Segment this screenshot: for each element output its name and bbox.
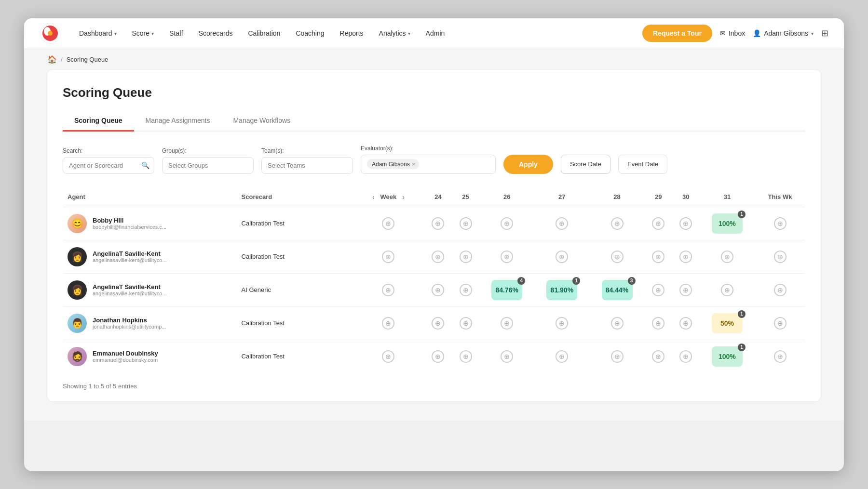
add-score-button[interactable]: ⊕ <box>652 284 665 296</box>
agent-info: AngelinaT Saville-Kent angelinasaville-k… <box>93 250 167 263</box>
agent-name: AngelinaT Saville-Kent <box>93 250 167 257</box>
evaluators-filter-group: Evaluator(s): Adam Gibsons × <box>361 145 496 174</box>
add-score-button[interactable]: ⊕ <box>460 284 472 296</box>
add-score-icon[interactable]: ⊕ <box>382 317 394 330</box>
inbox-link[interactable]: ✉ Inbox <box>720 29 745 37</box>
add-score-button[interactable]: ⊕ <box>679 284 692 296</box>
add-score-button[interactable]: ⊕ <box>774 317 787 330</box>
add-score-button[interactable]: ⊕ <box>652 251 665 263</box>
score-week-3: ⊕ <box>534 340 589 373</box>
score-badge[interactable]: 1 50% <box>712 313 743 333</box>
apply-button[interactable]: Apply <box>503 155 553 174</box>
add-score-button[interactable]: ⊕ <box>556 350 568 363</box>
score-value: 84.44% <box>606 286 628 294</box>
col-week-26: 26 <box>479 187 534 207</box>
add-score-button[interactable]: ⊕ <box>611 350 624 363</box>
add-score-button[interactable]: ⊕ <box>652 217 665 230</box>
add-score-button[interactable]: ⊕ <box>460 251 472 263</box>
remove-evaluator-button[interactable]: × <box>412 160 416 168</box>
nav-reports[interactable]: Reports <box>333 26 370 41</box>
search-input[interactable] <box>63 157 154 174</box>
add-score-icon[interactable]: ⊕ <box>382 284 394 296</box>
score-badge[interactable]: 1 100% <box>712 346 743 367</box>
add-score-button[interactable]: ⊕ <box>501 317 513 330</box>
tab-scoring-queue[interactable]: Scoring Queue <box>63 112 134 132</box>
add-score-button[interactable]: ⊕ <box>721 284 733 296</box>
add-score-button[interactable]: ⊕ <box>501 350 513 363</box>
tab-manage-assignments[interactable]: Manage Assignments <box>134 112 222 132</box>
add-score-button[interactable]: ⊕ <box>432 284 444 296</box>
add-score-button[interactable]: ⊕ <box>432 317 444 330</box>
add-score-button[interactable]: ⊕ <box>611 251 624 263</box>
add-score-button[interactable]: ⊕ <box>774 251 787 263</box>
add-score-button[interactable]: ⊕ <box>652 317 665 330</box>
teams-input[interactable] <box>261 157 353 174</box>
add-score-button[interactable]: ⊕ <box>679 350 692 363</box>
score-count: 1 <box>738 310 746 318</box>
score-week-2: ⊕ <box>479 340 534 373</box>
add-score-button[interactable]: ⊕ <box>652 350 665 363</box>
nav-analytics[interactable]: Analytics ▾ <box>372 26 417 41</box>
user-menu[interactable]: 👤 Adam Gibsons ▾ <box>753 29 814 37</box>
chevron-down-icon: ▾ <box>114 31 117 36</box>
event-date-button[interactable]: Event Date <box>618 155 667 174</box>
home-icon[interactable]: 🏠 <box>47 55 57 64</box>
add-score-button[interactable]: ⊕ <box>460 317 472 330</box>
groups-input[interactable] <box>162 157 254 174</box>
add-score-button[interactable]: ⊕ <box>721 251 733 263</box>
prev-week-button[interactable]: ‹ <box>369 192 378 202</box>
nav-admin[interactable]: Admin <box>419 26 452 41</box>
add-score-button[interactable]: ⊕ <box>774 217 787 230</box>
score-week-3: ⊕ <box>534 240 589 273</box>
score-week-4: 3 84.44% <box>589 273 644 306</box>
groups-label: Group(s): <box>162 147 254 154</box>
add-score-button[interactable]: ⊕ <box>556 217 568 230</box>
add-score-button[interactable]: ⊕ <box>460 350 472 363</box>
add-score-button[interactable]: ⊕ <box>432 251 444 263</box>
inbox-icon: ✉ <box>720 29 726 37</box>
add-score-button[interactable]: ⊕ <box>611 317 624 330</box>
avatar: 👨 <box>68 314 87 333</box>
add-score-button[interactable]: ⊕ <box>774 284 787 296</box>
score-badge[interactable]: 1 100% <box>712 213 743 234</box>
score-count: 1 <box>738 211 746 218</box>
nav-dashboard[interactable]: Dashboard ▾ <box>72 26 123 41</box>
add-score-button[interactable]: ⊕ <box>679 251 692 263</box>
add-score-button[interactable]: ⊕ <box>556 251 568 263</box>
evaluators-input[interactable]: Adam Gibsons × <box>361 155 496 174</box>
add-score-button[interactable]: ⊕ <box>501 217 513 230</box>
score-week-1: ⊕ <box>452 207 479 240</box>
nav-coaching[interactable]: Coaching <box>289 26 331 41</box>
nav-score[interactable]: Score ▾ <box>125 26 161 41</box>
add-score-button[interactable]: ⊕ <box>611 217 624 230</box>
score-week-1: ⊕ <box>452 240 479 273</box>
nav-calibration[interactable]: Calibration <box>241 26 287 41</box>
add-score-button[interactable]: ⊕ <box>432 350 444 363</box>
score-badge[interactable]: 3 84.44% <box>602 280 633 300</box>
add-score-icon[interactable]: ⊕ <box>382 350 394 363</box>
search-label: Search: <box>63 147 154 154</box>
nav-staff[interactable]: Staff <box>163 26 190 41</box>
add-score-button[interactable]: ⊕ <box>679 317 692 330</box>
score-badge[interactable]: 4 84.76% <box>491 280 522 300</box>
add-score-icon[interactable]: ⊕ <box>382 251 394 263</box>
add-score-icon[interactable]: ⊕ <box>382 217 394 230</box>
avatar: 😊 <box>68 214 87 233</box>
grid-view-icon[interactable]: ⊞ <box>821 28 828 39</box>
agent-email: bobbyhill@financialservices.c... <box>93 224 166 230</box>
score-date-button[interactable]: Score Date <box>561 155 610 174</box>
logo-icon[interactable] <box>40 23 61 44</box>
add-score-button[interactable]: ⊕ <box>556 317 568 330</box>
add-score-button[interactable]: ⊕ <box>774 350 787 363</box>
add-score-button[interactable]: ⊕ <box>501 251 513 263</box>
score-badge[interactable]: 1 81.90% <box>546 280 577 300</box>
agent-info: Emmanuel Doubinsky emmanuel@doubinsky.co… <box>93 350 158 363</box>
add-score-button[interactable]: ⊕ <box>460 217 472 230</box>
next-week-button[interactable]: › <box>399 192 407 202</box>
score-week-5: ⊕ <box>645 240 672 273</box>
add-score-button[interactable]: ⊕ <box>679 217 692 230</box>
request-tour-button[interactable]: Request a Tour <box>642 25 712 42</box>
add-score-button[interactable]: ⊕ <box>432 217 444 230</box>
nav-scorecards[interactable]: Scorecards <box>192 26 240 41</box>
tab-manage-workflows[interactable]: Manage Workflows <box>221 112 302 132</box>
